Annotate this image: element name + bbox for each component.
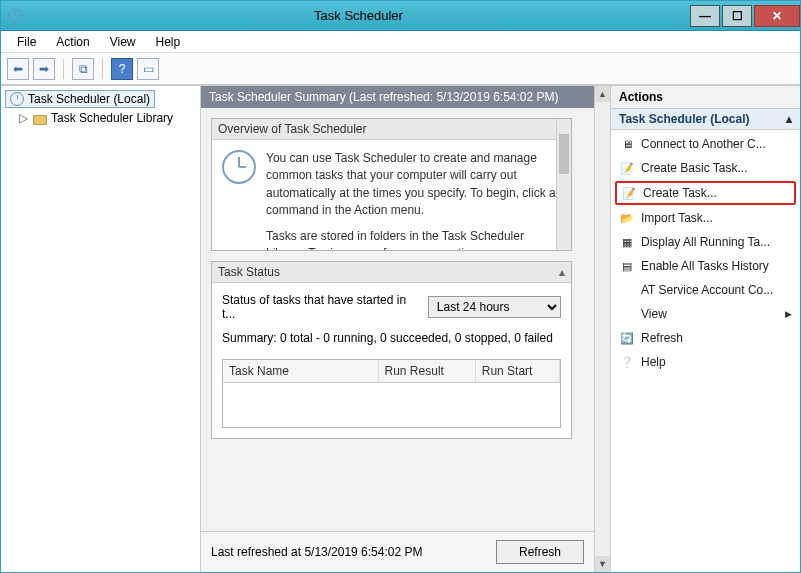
action-icon: [619, 306, 635, 322]
action-icon: 🖥: [619, 136, 635, 152]
status-period-select[interactable]: Last 24 hours: [428, 296, 561, 318]
action-label: Connect to Another C...: [641, 137, 792, 151]
tree-library[interactable]: ▷ Task Scheduler Library: [19, 111, 196, 125]
last-refreshed-label: Last refreshed at 5/13/2019 6:54:02 PM: [211, 545, 422, 559]
action-icon: [619, 282, 635, 298]
refresh-button[interactable]: Refresh: [496, 540, 584, 564]
action-label: Help: [641, 355, 792, 369]
separator: [102, 59, 103, 79]
submenu-arrow-icon: ▶: [785, 309, 792, 319]
scroll-down-icon[interactable]: ▼: [595, 556, 610, 572]
overview-scrollbar[interactable]: [556, 119, 571, 250]
actions-scope-label: Task Scheduler (Local): [619, 112, 749, 126]
action-create-task[interactable]: 📝Create Task...: [615, 181, 796, 205]
action-label: Import Task...: [641, 211, 792, 225]
forward-button[interactable]: ➡: [33, 58, 55, 80]
center-pane: Task Scheduler Summary (Last refreshed: …: [201, 86, 594, 572]
maximize-button[interactable]: ☐: [722, 5, 752, 27]
status-summary-text: Summary: 0 total - 0 running, 0 succeede…: [222, 331, 561, 345]
tree-root[interactable]: Task Scheduler (Local): [5, 90, 155, 108]
action-icon: ▤: [619, 258, 635, 274]
clock-icon: [10, 92, 24, 106]
menubar: File Action View Help: [1, 31, 800, 53]
actions-pane: Actions Task Scheduler (Local) ▴ 🖥Connec…: [610, 86, 800, 572]
action-icon: 📝: [619, 160, 635, 176]
task-table: Task Name Run Result Run Start: [222, 359, 561, 428]
action-label: Refresh: [641, 331, 792, 345]
action-list: 🖥Connect to Another C...📝Create Basic Ta…: [611, 130, 800, 376]
action-view[interactable]: View▶: [611, 302, 800, 326]
action-icon: 📂: [619, 210, 635, 226]
tree-root-label: Task Scheduler (Local): [28, 92, 150, 106]
action-icon: ▦: [619, 234, 635, 250]
overview-header[interactable]: Overview of Task Scheduler ▴: [212, 119, 571, 140]
show-hide-tree-button[interactable]: ⧉: [72, 58, 94, 80]
action-help[interactable]: ❔Help: [611, 350, 800, 374]
action-enable-all-tasks-history[interactable]: ▤Enable All Tasks History: [611, 254, 800, 278]
action-label: Create Task...: [643, 186, 790, 200]
status-header[interactable]: Task Status ▴: [212, 262, 571, 283]
toolbar: ⬅ ➡ ⧉ ? ▭: [1, 53, 800, 85]
overview-p1: You can use Task Scheduler to create and…: [266, 150, 561, 220]
col-task-name[interactable]: Task Name: [223, 360, 379, 382]
collapse-icon: ▴: [786, 112, 792, 126]
menu-view[interactable]: View: [100, 33, 146, 51]
action-refresh[interactable]: 🔄Refresh: [611, 326, 800, 350]
footer-row: Last refreshed at 5/13/2019 6:54:02 PM R…: [201, 531, 594, 572]
titlebar: Task Scheduler — ☐ ✕: [1, 1, 800, 31]
col-run-result[interactable]: Run Result: [379, 360, 476, 382]
center-outer-scrollbar[interactable]: ▲ ▼: [594, 86, 610, 572]
action-import-task[interactable]: 📂Import Task...: [611, 206, 800, 230]
menu-action[interactable]: Action: [46, 33, 99, 51]
center-scroll-area: Overview of Task Scheduler ▴ You can use…: [201, 108, 594, 531]
window-title: Task Scheduler: [29, 8, 688, 23]
separator: [63, 59, 64, 79]
task-table-body: [223, 383, 560, 427]
actions-scope[interactable]: Task Scheduler (Local) ▴: [611, 109, 800, 130]
action-at-service-account-co[interactable]: AT Service Account Co...: [611, 278, 800, 302]
back-button[interactable]: ⬅: [7, 58, 29, 80]
action-icon: ❔: [619, 354, 635, 370]
action-connect-to-another-c[interactable]: 🖥Connect to Another C...: [611, 132, 800, 156]
clock-icon: [222, 150, 256, 184]
properties-button[interactable]: ▭: [137, 58, 159, 80]
action-label: Enable All Tasks History: [641, 259, 792, 273]
summary-header: Task Scheduler Summary (Last refreshed: …: [201, 86, 594, 108]
action-label: Display All Running Ta...: [641, 235, 792, 249]
status-section: Task Status ▴ Status of tasks that have …: [211, 261, 572, 439]
action-create-basic-task[interactable]: 📝Create Basic Task...: [611, 156, 800, 180]
action-label: View: [641, 307, 779, 321]
collapse-icon: ▴: [559, 265, 565, 279]
body-area: Task Scheduler (Local) ▷ Task Scheduler …: [1, 85, 800, 572]
menu-help[interactable]: Help: [146, 33, 191, 51]
scroll-up-icon[interactable]: ▲: [595, 86, 610, 102]
expander-icon[interactable]: ▷: [19, 111, 29, 125]
action-icon: 📝: [621, 185, 637, 201]
tree-library-label: Task Scheduler Library: [51, 111, 173, 125]
action-label: Create Basic Task...: [641, 161, 792, 175]
actions-header: Actions: [611, 86, 800, 109]
minimize-button[interactable]: —: [690, 5, 720, 27]
overview-text: You can use Task Scheduler to create and…: [266, 150, 561, 240]
overview-section: Overview of Task Scheduler ▴ You can use…: [211, 118, 572, 251]
col-run-start[interactable]: Run Start: [476, 360, 560, 382]
status-title: Task Status: [218, 265, 559, 279]
status-label: Status of tasks that have started in t..…: [222, 293, 420, 321]
task-scheduler-window: Task Scheduler — ☐ ✕ File Action View He…: [0, 0, 801, 573]
action-label: AT Service Account Co...: [641, 283, 792, 297]
overview-p2: Tasks are stored in folders in the Task …: [266, 228, 561, 250]
menu-file[interactable]: File: [7, 33, 46, 51]
app-icon: [1, 9, 29, 23]
action-display-all-running-ta[interactable]: ▦Display All Running Ta...: [611, 230, 800, 254]
overview-title: Overview of Task Scheduler: [218, 122, 559, 136]
help-button[interactable]: ?: [111, 58, 133, 80]
close-button[interactable]: ✕: [754, 5, 800, 27]
tree-pane: Task Scheduler (Local) ▷ Task Scheduler …: [1, 86, 201, 572]
folder-icon: [33, 115, 47, 125]
action-icon: 🔄: [619, 330, 635, 346]
